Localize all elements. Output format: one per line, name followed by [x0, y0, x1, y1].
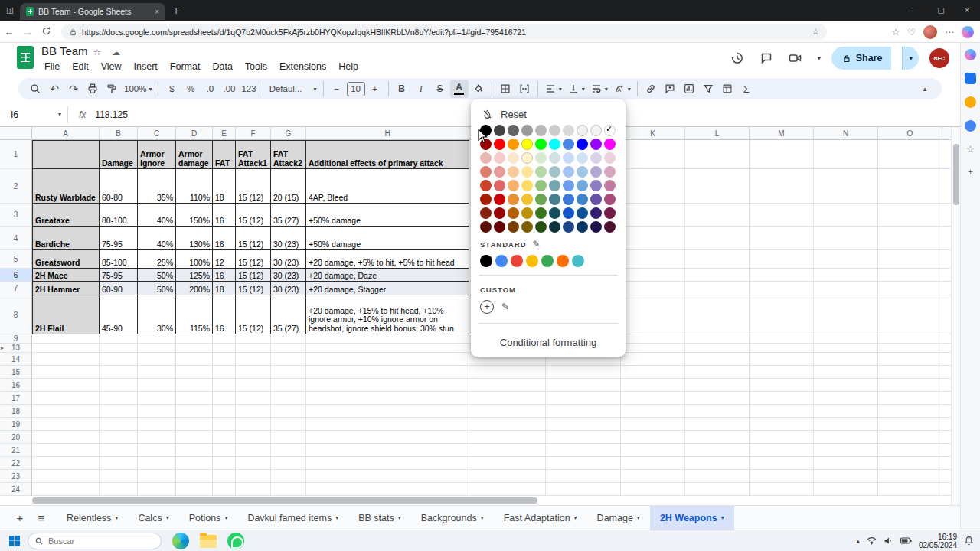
cell-N21[interactable] [814, 444, 878, 457]
cell-P9[interactable] [942, 334, 951, 344]
menu-insert[interactable]: Insert [128, 60, 164, 73]
cell-L5[interactable] [685, 250, 750, 269]
row-header-8[interactable]: 8 [0, 295, 32, 334]
edit-custom-color-icon[interactable]: ✎ [501, 302, 509, 312]
cell-O3[interactable] [878, 204, 942, 227]
font-size-input[interactable]: 10 [347, 82, 365, 96]
color-swatch-ff9900[interactable] [508, 139, 519, 150]
color-swatch-b45f06[interactable] [508, 207, 519, 219]
cell-E2[interactable]: 18 [213, 169, 236, 204]
cell-L24[interactable] [685, 483, 750, 496]
cell-C6[interactable]: 50% [138, 269, 176, 282]
cell-F19[interactable] [236, 418, 271, 431]
toolbar-search-icon[interactable] [26, 80, 44, 98]
tab-close-icon[interactable]: × [155, 8, 159, 16]
cell-O23[interactable] [878, 470, 942, 483]
paint-format-button[interactable] [103, 80, 121, 98]
cell-O15[interactable] [878, 366, 942, 379]
color-swatch-fce5cd[interactable] [508, 152, 519, 164]
cell-D7[interactable]: 200% [176, 282, 213, 295]
cell-N23[interactable] [814, 470, 878, 483]
cell-G4[interactable]: 30 (23) [271, 227, 306, 250]
color-swatch-85200c[interactable] [480, 207, 492, 219]
color-swatch-38761d[interactable] [535, 207, 547, 219]
cell-L19[interactable] [685, 418, 750, 431]
cell-H15[interactable] [306, 366, 469, 379]
cell-B22[interactable] [100, 457, 138, 470]
forward-button[interactable]: → [18, 26, 37, 37]
cell-H20[interactable] [306, 431, 469, 444]
cell-B13[interactable] [100, 344, 138, 353]
cell-P17[interactable] [942, 392, 951, 405]
sheet-tab-bb-stats[interactable]: BB stats▾ [348, 506, 411, 530]
color-swatch-d5a6bd[interactable] [604, 166, 616, 178]
cell-A15[interactable] [32, 366, 100, 379]
cell-G18[interactable] [271, 405, 306, 418]
undo-button[interactable]: ↶ [45, 80, 64, 98]
cell-P19[interactable] [942, 418, 951, 431]
color-swatch-ffff00[interactable] [521, 139, 533, 150]
cell-E22[interactable] [213, 457, 236, 470]
row-header-19[interactable]: 19 [0, 418, 32, 431]
more-formats-button[interactable]: 123 [239, 80, 258, 98]
cell-D4[interactable]: 130% [176, 227, 213, 250]
comments-icon[interactable] [757, 49, 776, 67]
color-swatch-00ff00[interactable] [535, 139, 547, 150]
cell-B7[interactable]: 60-90 [100, 282, 138, 295]
color-swatch-5b0f00[interactable] [480, 221, 492, 233]
color-swatch-ea9999[interactable] [494, 166, 505, 178]
standard-color-swatch-46bdc6[interactable] [572, 255, 584, 267]
cell-A7[interactable]: 2H Hammer [32, 282, 100, 295]
color-swatch-d9d2e9[interactable] [590, 152, 602, 164]
sheets-logo[interactable] [17, 46, 34, 69]
decrease-font-size-button[interactable]: − [328, 80, 346, 98]
cell-O4[interactable] [878, 227, 942, 250]
cell-N7[interactable] [814, 282, 878, 295]
copilot-icon[interactable] [962, 26, 974, 38]
cell-B9[interactable] [100, 334, 138, 344]
cell-L13[interactable] [685, 344, 750, 353]
cell-L16[interactable] [685, 379, 750, 392]
cell-K24[interactable] [621, 483, 685, 496]
print-button[interactable] [83, 80, 102, 98]
cell-G21[interactable] [271, 444, 306, 457]
cell-C2[interactable]: 35% [138, 169, 176, 204]
share-caret-button[interactable]: ▾ [902, 47, 919, 70]
color-swatch-4c1130[interactable] [604, 221, 616, 233]
cell-L6[interactable] [685, 269, 750, 282]
functions-button[interactable]: Σ [737, 80, 756, 98]
cell-H5[interactable]: +20 damage, +5% to hit, +5% to hit head [306, 250, 469, 269]
standard-color-swatch-000000[interactable] [480, 255, 492, 267]
cell-C4[interactable]: 40% [138, 227, 176, 250]
version-history-icon[interactable] [728, 49, 746, 67]
cell-J24[interactable] [546, 483, 621, 496]
borders-button[interactable] [496, 80, 514, 98]
cell-K6[interactable] [621, 269, 685, 282]
color-swatch-a64d79[interactable] [604, 194, 616, 205]
cell-H24[interactable] [306, 483, 469, 496]
horizontal-scrollbar[interactable] [0, 496, 951, 505]
cell-O17[interactable] [878, 392, 942, 405]
cell-D20[interactable] [176, 431, 213, 444]
cell-L17[interactable] [685, 392, 750, 405]
document-title[interactable]: BB Team [41, 44, 88, 57]
taskbar-search[interactable] [28, 533, 162, 549]
color-swatch-783f04[interactable] [508, 221, 519, 233]
color-swatch-a2c4c9[interactable] [549, 166, 560, 178]
color-swatch-274e13[interactable] [535, 221, 547, 233]
cell-M24[interactable] [750, 483, 814, 496]
share-button[interactable]: Share [831, 47, 892, 70]
cell-O1[interactable] [878, 140, 942, 169]
maximize-button[interactable]: ▢ [928, 0, 954, 21]
color-swatch-fff2cc[interactable] [521, 152, 533, 164]
sheet-tab-relentless[interactable]: Relentless▾ [57, 506, 128, 530]
cell-H17[interactable] [306, 392, 469, 405]
cell-J17[interactable] [546, 392, 621, 405]
increase-font-size-button[interactable]: + [366, 80, 384, 98]
color-swatch-ffd966[interactable] [521, 180, 533, 191]
cell-O16[interactable] [878, 379, 942, 392]
merge-cells-button[interactable] [515, 80, 534, 98]
cell-P21[interactable] [942, 444, 951, 457]
cell-L8[interactable] [685, 295, 750, 334]
cell-H4[interactable]: +50% damage [306, 227, 469, 250]
